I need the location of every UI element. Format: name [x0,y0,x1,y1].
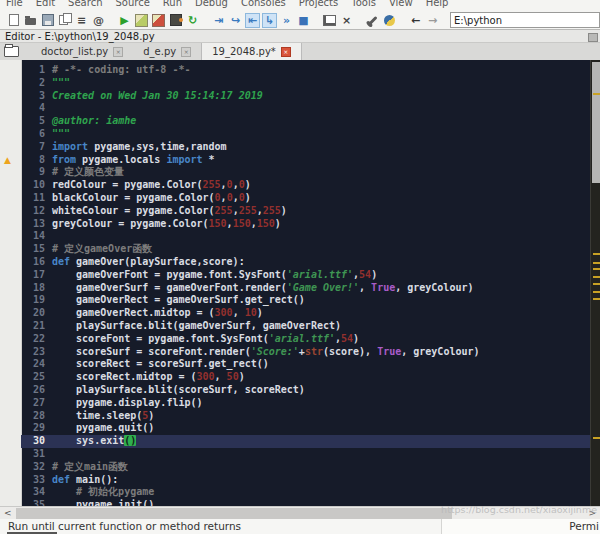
save-icon[interactable] [40,13,55,28]
code-line-4[interactable]: 4 [21,102,590,115]
code-line-2[interactable]: 2""" [21,77,590,90]
code-line-31[interactable]: 31 [21,448,590,461]
code-token: redColour = pygame.Color( [52,179,203,190]
code-token: gameOverSurf = gameOverFont.render( [52,282,287,293]
menu-item-search[interactable]: Search [68,0,102,8]
nav-back-icon[interactable]: ← [408,13,423,28]
code-line-28[interactable]: 28 time.sleep(5) [21,410,590,423]
code-line-6[interactable]: 6""" [21,128,590,141]
code-line-26[interactable]: 26 playSurface.blit(scoreSurf, scoreRect… [21,384,590,397]
list-icon[interactable]: ≡ [74,13,89,28]
new-file-icon[interactable] [6,13,21,28]
tab-doctor-list-py[interactable]: doctor_list.py× [31,43,133,60]
code-line-9[interactable]: 9# 定义颜色变量 [21,166,590,179]
run-icon[interactable]: ▶ [117,13,132,28]
folder-icon[interactable] [4,46,19,57]
menu-item-view[interactable]: View [389,0,413,8]
code-token: gameOverRect.midtop = ( [52,307,215,318]
tab-19-2048-py[interactable]: 19_2048.py*× [201,43,302,60]
menu-item-projects[interactable]: Projects [299,0,338,8]
tab-close-icon[interactable]: × [113,47,123,57]
code-line-25[interactable]: 25 scoreRect.midtop = (300, 50) [21,371,590,384]
code-line-1[interactable]: 1# -*- coding: utf-8 -*- [21,64,590,77]
tab-close-icon[interactable]: × [181,47,191,57]
line-number: 30 [21,435,52,448]
code-line-5[interactable]: 5@author: iamhe [21,115,590,128]
code-line-19[interactable]: 19 gameOverRect = gameOverSurf.get_rect(… [21,294,590,307]
path-input[interactable]: E:\python [450,12,600,28]
menu-item-edit[interactable]: Edit [36,0,55,8]
menu-item-run[interactable]: Run [163,0,182,8]
menu-item-consoles[interactable]: Consoles [241,0,286,8]
save-layout-icon[interactable] [322,13,337,28]
code-line-30[interactable]: 30 sys.exit() [21,435,590,448]
menu-item-source[interactable]: Source [115,0,149,8]
code-line-29[interactable]: 29 pygame.quit() [21,422,590,435]
code-line-23[interactable]: 23 scoreSurf = scoreFont.render('Score:'… [21,346,590,359]
tab-d-e-py[interactable]: d_e.py× [133,43,201,60]
code-line-33[interactable]: 33def main(): [21,474,590,487]
code-line-17[interactable]: 17 gameOverFont = pygame.font.SysFont('a… [21,269,590,282]
line-number: 20 [21,307,52,320]
code-line-21[interactable]: 21 playSurface.blit(gameOverSurf, gameOv… [21,320,590,333]
code-line-8[interactable]: 8from pygame.locals import * [21,154,590,167]
code-token: time.sleep( [52,410,142,421]
code-token: scoreRect = scoreSurf.get_rect() [52,358,269,369]
panel-options-icon[interactable] [588,33,598,42]
code-token: ) [148,410,154,421]
code-line-22[interactable]: 22 scoreFont = pygame.font.SysFont('aria… [21,333,590,346]
line-number: 15 [21,243,52,256]
code-token: ) [281,205,287,216]
python-icon[interactable] [382,13,397,28]
code-token: str [305,346,323,357]
code-line-7[interactable]: 7import pygame,sys,time,random [21,141,590,154]
code-line-10[interactable]: 10redColour = pygame.Color(255,0,0) [21,179,590,192]
editor-title: Editor - E:\python\19_2048.py [5,31,155,42]
scroll-right-icon[interactable]: > [588,508,596,519]
code-line-27[interactable]: 27 pygame.display.flip() [21,397,590,410]
code-line-13[interactable]: 13greyColour = pygame.Color(150,150,150) [21,218,590,231]
debug-stop-icon[interactable] [151,13,166,28]
code-token: sys.exit [52,435,124,446]
breakpoint-gutter[interactable]: ▲ [0,60,22,506]
vertical-scrollbar-thumb[interactable] [592,62,600,183]
menu-item-tools[interactable]: Tools [351,0,376,8]
continue-icon[interactable]: » [279,13,294,28]
menu-item-help[interactable]: Help [426,0,449,8]
code-line-11[interactable]: 11blackColour = pygame.Color(0,0,0) [21,192,590,205]
wrench-icon[interactable] [365,13,380,28]
step-into-icon[interactable]: ↳ [262,13,277,28]
code-line-15[interactable]: 15# 定义gameOver函数 [21,243,590,256]
code-token: playSurface.blit(scoreSurf, scoreRect) [52,384,305,395]
menu-item-debug[interactable]: Debug [195,0,228,8]
nav-forward-icon[interactable]: → [425,13,440,28]
maximize-icon[interactable]: × [339,13,354,28]
code-line-20[interactable]: 20 gameOverRect.midtop = (300, 10) [21,307,590,320]
horizontal-scrollbar[interactable]: < > [0,506,600,520]
menu-item-file[interactable]: File [6,0,23,8]
save-copy-icon[interactable] [57,13,72,28]
open-folder-icon[interactable] [23,13,38,28]
step-over-icon[interactable]: ↪ [228,13,243,28]
horizontal-scrollbar-thumb[interactable] [16,508,452,519]
email-icon[interactable]: @ [91,13,106,28]
attach-icon[interactable] [168,13,183,28]
run-to-cursor-icon[interactable]: ⇥ [211,13,226,28]
debug-icon[interactable] [134,13,149,28]
vertical-scrollbar[interactable] [590,60,600,506]
code-line-18[interactable]: 18 gameOverSurf = gameOverFont.render('G… [21,282,590,295]
tab-close-icon[interactable]: × [281,47,291,57]
code-line-14[interactable]: 14 [21,230,590,243]
code-line-35[interactable]: 35 pygame.init() [21,499,590,506]
stop-icon[interactable]: ■ [296,13,311,28]
code-line-12[interactable]: 12whiteColour = pygame.Color(255,255,255… [21,205,590,218]
restart-icon[interactable]: ↻ [185,13,200,28]
scroll-left-icon[interactable]: < [4,508,12,519]
code-line-24[interactable]: 24 scoreRect = scoreSurf.get_rect() [21,358,590,371]
code-line-32[interactable]: 32# 定义main函数 [21,461,590,474]
code-line-34[interactable]: 34 # 初始化pygame [21,486,590,499]
code-line-3[interactable]: 3Created on Wed Jan 30 15:14:17 2019 [21,90,590,103]
code-line-16[interactable]: 16def gameOver(playSurface,score): [21,256,590,269]
code-editor[interactable]: ▲ 1# -*- coding: utf-8 -*-2"""3Created o… [0,60,600,506]
step-out-icon[interactable]: ⇤ [245,13,260,28]
